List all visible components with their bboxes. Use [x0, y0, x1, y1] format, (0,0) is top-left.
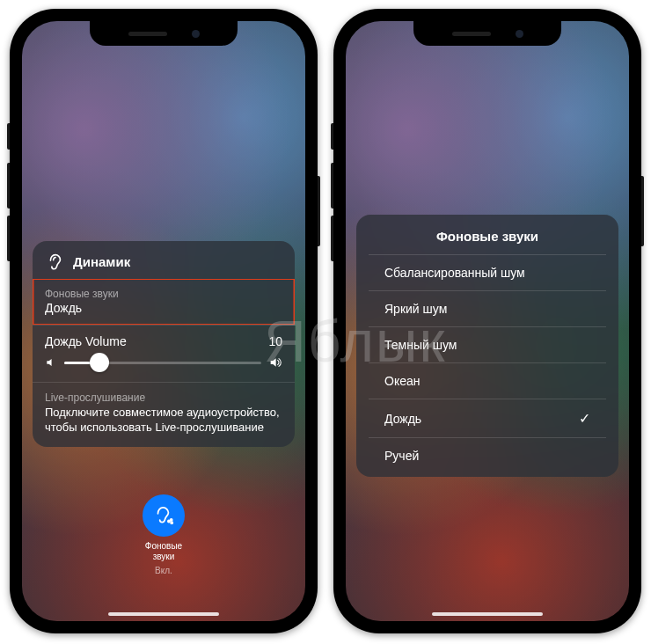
ear-icon [45, 252, 64, 271]
notch [413, 21, 561, 46]
volume-row: Дождь Volume 10 [33, 325, 295, 382]
sound-option-stream[interactable]: Ручей [369, 437, 606, 473]
bg-row-label: Фоновые звуки [45, 288, 282, 300]
volume-label: Дождь Volume [45, 334, 127, 348]
sounds-menu-panel: Фоновые звуки Сбалансированный шум Яркий… [356, 215, 618, 477]
option-label: Океан [384, 374, 420, 388]
home-indicator[interactable] [108, 612, 219, 616]
sound-option-dark-noise[interactable]: Темный шум [369, 326, 606, 362]
control-center-hearing-button[interactable]: Фоновые звуки Вкл. [143, 494, 185, 575]
sound-option-bright-noise[interactable]: Яркий шум [369, 290, 606, 326]
option-label: Темный шум [384, 338, 457, 352]
sound-option-balanced-noise[interactable]: Сбалансированный шум [369, 254, 606, 290]
ear-sound-icon [143, 494, 185, 537]
panel-title: Динамик [73, 254, 130, 269]
svg-point-1 [171, 519, 172, 521]
home-indicator[interactable] [432, 612, 543, 616]
svg-point-0 [168, 520, 170, 522]
phone-left: Динамик Фоновые звуки Дождь Дождь Volume… [10, 9, 318, 633]
background-sounds-row[interactable]: Фоновые звуки Дождь [33, 279, 295, 325]
volume-low-icon [45, 356, 57, 369]
option-label: Сбалансированный шум [384, 266, 525, 280]
hearing-panel: Динамик Фоновые звуки Дождь Дождь Volume… [33, 241, 295, 447]
bg-row-value: Дождь [45, 301, 282, 315]
svg-point-2 [171, 522, 172, 523]
sounds-menu-title: Фоновые звуки [356, 227, 618, 254]
cc-button-label: Фоновые звуки [145, 541, 182, 561]
live-listen-label: Live-прослушивание [45, 392, 282, 404]
volume-value: 10 [268, 334, 282, 348]
slider-track[interactable] [64, 362, 261, 364]
notch [90, 21, 238, 46]
volume-high-icon [268, 355, 282, 370]
phone-right: Фоновые звуки Сбалансированный шум Яркий… [333, 9, 641, 633]
panel-header: Динамик [33, 241, 295, 280]
option-label: Дождь [384, 412, 421, 426]
sound-option-ocean[interactable]: Океан [369, 362, 606, 399]
slider-thumb[interactable] [90, 353, 109, 372]
checkmark-icon: ✓ [579, 410, 590, 427]
live-listen-row: Live-прослушивание Подключите совместимо… [33, 382, 295, 447]
option-label: Яркий шум [384, 302, 447, 316]
option-label: Ручей [384, 449, 419, 463]
sound-option-rain[interactable]: Дождь ✓ [369, 399, 606, 437]
screen-left: Динамик Фоновые звуки Дождь Дождь Volume… [22, 21, 305, 621]
live-listen-desc: Подключите совместимое аудиоустройство, … [45, 406, 282, 435]
screen-right: Фоновые звуки Сбалансированный шум Яркий… [346, 21, 629, 621]
volume-slider[interactable] [45, 355, 282, 370]
cc-button-state: Вкл. [155, 566, 172, 575]
